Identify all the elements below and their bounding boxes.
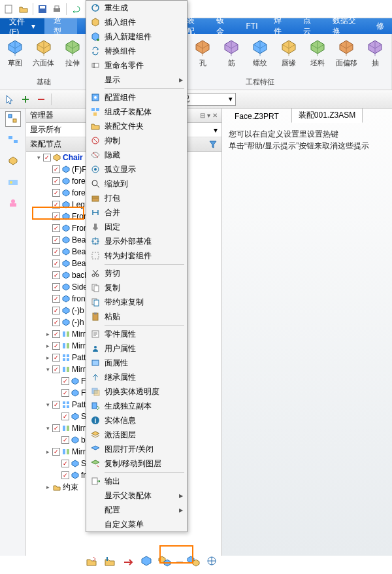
bb-2[interactable] — [103, 554, 118, 569]
ctx-缩放到[interactable]: 缩放到 — [86, 177, 187, 191]
ctx-隐藏[interactable]: 隐藏 — [86, 148, 187, 162]
menu-modeling[interactable]: 造型 — [44, 18, 76, 34]
menu-file[interactable]: 文件(F) ▾ — [0, 18, 44, 34]
tab-weld[interactable]: 焊件 — [266, 18, 295, 34]
tab-fti[interactable]: FTI — [238, 18, 266, 34]
ctx-组成子装配体[interactable]: 组成子装配体 — [86, 105, 187, 119]
ribbon-面偏移[interactable]: 面偏移 — [333, 35, 360, 67]
ctx-面属性[interactable]: 面属性 — [86, 356, 187, 370]
tab-repair[interactable]: 修 — [368, 18, 392, 34]
ctx-插入新建组件[interactable]: 插入新建组件 — [86, 29, 187, 44]
context-menu[interactable]: 重生成插入组件插入新建组件替换组件重命名零件显示▶配置组件组成子装配体装配文件夹… — [86, 0, 188, 532]
bb-6[interactable] — [187, 554, 201, 569]
svg-rect-29 — [63, 449, 65, 454]
ctx-icon — [90, 505, 101, 515]
qa-save[interactable] — [36, 3, 49, 16]
svg-rect-56 — [92, 360, 99, 365]
tree-twisty[interactable]: ▸ — [44, 354, 51, 361]
ribbon-唇缘[interactable]: 唇缘 — [275, 35, 302, 67]
qa-new[interactable] — [3, 3, 16, 16]
ctx-图层打开/关闭[interactable]: 图层打开/关闭 — [86, 442, 187, 456]
ctx-自定义菜单[interactable]: 自定义菜单 — [86, 517, 187, 532]
ribbon-螺纹[interactable]: 螺纹 — [246, 35, 274, 67]
tree-twisty[interactable]: ▸ — [44, 331, 51, 337]
bb-1[interactable] — [85, 554, 99, 569]
ctx-重生成[interactable]: 重生成 — [86, 1, 187, 15]
svg-rect-38 — [93, 112, 97, 116]
ctx-显示[interactable]: 显示▶ — [86, 73, 187, 87]
ctx-配置组件[interactable]: 配置组件 — [86, 90, 187, 105]
ribbon-六面体[interactable]: 六面体 — [30, 35, 57, 67]
ctx-带约束复制[interactable]: 带约束复制 — [86, 295, 187, 309]
tree-twisty[interactable]: ▾ — [44, 425, 51, 431]
ctx-生成独立副本[interactable]: 生成独立副本 — [86, 399, 187, 413]
tb-add[interactable] — [18, 92, 33, 107]
ctx-icon — [90, 386, 101, 397]
qa-open[interactable] — [17, 3, 30, 16]
tree-icon — [71, 412, 80, 421]
ctx-继承属性[interactable]: 继承属性 — [86, 370, 187, 384]
ctx-复制[interactable]: 复制 — [86, 280, 187, 295]
svg-point-41 — [94, 168, 97, 171]
lp-view2[interactable] — [5, 153, 21, 169]
tree-twisty[interactable]: ▾ — [35, 154, 42, 161]
qa-undo[interactable] — [69, 3, 82, 16]
ctx-零件属性[interactable]: 零件属性 — [86, 327, 187, 341]
tree-icon — [71, 459, 80, 468]
ctx-固定[interactable]: 固定 — [86, 220, 187, 234]
ctx-打包[interactable]: 打包 — [86, 191, 187, 205]
lp-manager[interactable] — [5, 111, 21, 127]
lp-view4[interactable] — [5, 195, 21, 211]
ctx-显示外部基准[interactable]: 显示外部基准 — [86, 234, 187, 248]
ribbon-抽[interactable]: 抽 — [361, 35, 389, 67]
doc-tab-asm[interactable]: 装配001.Z3ASM — [291, 108, 363, 123]
tab-pointcloud[interactable]: 点云 — [295, 18, 325, 34]
ctx-合并[interactable]: 合并 — [86, 205, 187, 220]
ctx-剪切[interactable]: 剪切 — [86, 266, 187, 280]
ctx-输出[interactable]: 输出 — [86, 474, 187, 488]
bb-5[interactable] — [158, 554, 172, 569]
tab-exchange[interactable]: 数据交换 — [325, 18, 368, 34]
ctx-实体信息[interactable]: i实体信息 — [86, 413, 187, 428]
ctx-切换实体透明度[interactable]: 切换实体透明度 — [86, 384, 187, 399]
ctx-孤立显示[interactable]: 孤立显示 — [86, 162, 187, 177]
ribbon-筋[interactable]: 筋 — [218, 35, 245, 67]
bb-3[interactable] — [122, 554, 136, 569]
ctx-用户属性[interactable]: 用户属性 — [86, 341, 187, 356]
ctx-粘贴[interactable]: 粘贴 — [86, 309, 187, 324]
ctx-icon — [90, 31, 101, 42]
tb-select[interactable] — [3, 92, 17, 107]
doc-tab-face[interactable]: Face.Z3PRT — [227, 110, 286, 123]
tb-remove[interactable] — [34, 92, 48, 107]
ctx-配置[interactable]: 配置▶ — [86, 503, 187, 517]
bb-7[interactable] — [205, 554, 220, 569]
ribbon-草图[interactable]: 草图 — [1, 35, 29, 67]
tree-twisty[interactable]: ▸ — [44, 343, 51, 349]
ctx-icon — [90, 444, 101, 454]
tree-twisty[interactable]: ▾ — [44, 366, 51, 373]
ribbon-坯料[interactable]: 坯料 — [304, 35, 331, 67]
ribbon-拉伸[interactable]: 拉伸 — [59, 35, 86, 67]
tree-twisty[interactable]: ▸ — [44, 448, 51, 455]
ctx-重命名零件[interactable]: 重命名零件 — [86, 58, 187, 73]
tree-label: (-)h — [72, 318, 84, 327]
tree-twisty[interactable]: ▾ — [44, 401, 51, 408]
viewport[interactable]: Face.Z3PRT 装配001.Z3ASM 您可以在自定义设置里设置热键 单击… — [222, 109, 392, 556]
tab-sheetmetal[interactable]: 钣金 — [208, 18, 238, 34]
ctx-装配文件夹[interactable]: 装配文件夹 — [86, 119, 187, 133]
ctx-激活图层[interactable]: 激活图层 — [86, 428, 187, 442]
ctx-插入组件[interactable]: 插入组件 — [86, 15, 187, 29]
ribbon-孔[interactable]: 孔 — [189, 35, 216, 67]
ctx-复制/移动到图层[interactable]: 复制/移动到图层 — [86, 456, 187, 471]
panel-controls[interactable]: ⊟ ▾ ✕ — [200, 112, 218, 119]
ctx-替换组件[interactable]: 替换组件 — [86, 44, 187, 58]
lp-view1[interactable] — [5, 132, 21, 148]
lp-view3[interactable] — [5, 174, 21, 190]
ctx-显示父装配体[interactable]: 显示父装配体▶ — [86, 488, 187, 503]
show-all[interactable]: 显示所有 — [30, 124, 61, 135]
tree-twisty[interactable]: ▸ — [44, 484, 51, 490]
ctx-转为封套组件[interactable]: 转为封套组件 — [86, 248, 187, 263]
bb-4[interactable] — [140, 554, 154, 569]
qa-print[interactable] — [50, 3, 63, 16]
ctx-抑制[interactable]: 抑制 — [86, 133, 187, 148]
